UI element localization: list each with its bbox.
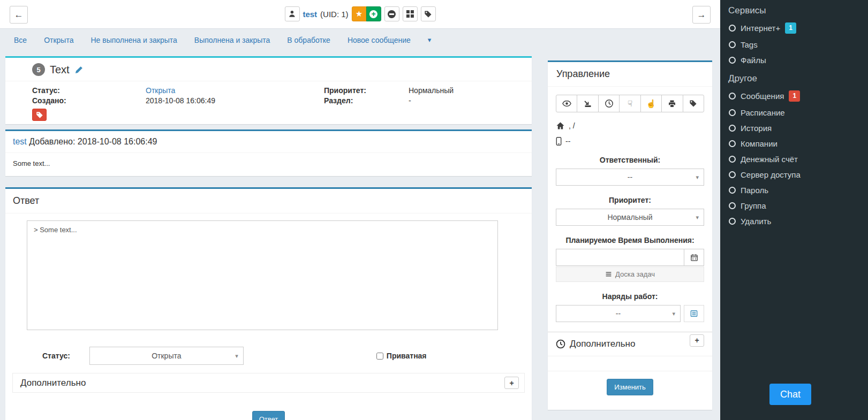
sidebar-item-tags[interactable]: Tags (720, 37, 868, 52)
circle-icon (729, 171, 736, 178)
sidebar-item-label: История (741, 124, 772, 133)
user-name-link[interactable]: test (303, 10, 317, 19)
favorite-button[interactable]: ★ (352, 6, 367, 21)
block-button[interactable] (384, 6, 399, 21)
user-button[interactable] (284, 6, 299, 21)
tab-all[interactable]: Все (5, 36, 35, 44)
message-author-link[interactable]: test (13, 137, 27, 146)
take-button[interactable] (577, 95, 598, 112)
ticket-fields: Статус: Открыта Приоритет: Нормальный Со… (5, 81, 532, 121)
arrow-left-icon: ← (14, 10, 24, 20)
section-value: - (409, 96, 523, 105)
ticket-id-badge: 5 (32, 63, 45, 76)
arrow-right-icon: → (697, 10, 706, 20)
sidebar-item-schedule[interactable]: Расписание (720, 105, 868, 120)
sidebar-item-label: Группа (741, 201, 766, 210)
reply-textarea[interactable]: > Some text... (27, 220, 498, 330)
control-extra-expand-button[interactable]: + (690, 334, 704, 347)
top-bar: ← test (UID: 1) ★ + → (0, 0, 720, 29)
reply-status-value: Открыта (152, 352, 181, 360)
ticket-tag-button[interactable] (32, 109, 47, 121)
breadcrumb-text: , / (569, 121, 575, 130)
sidebar-item-group[interactable]: Группа (720, 198, 868, 213)
sidebar-item-companies[interactable]: Компании (720, 136, 868, 151)
circle-icon (729, 25, 736, 32)
sidebar-item-label: Сервер доступа (741, 170, 801, 179)
sidebar-item-password[interactable]: Пароль (720, 182, 868, 198)
eye-icon (562, 99, 571, 108)
back-button[interactable]: ← (10, 6, 28, 24)
tabs-dropdown-caret[interactable]: ▾ (419, 36, 440, 44)
forward-button[interactable]: → (692, 6, 711, 24)
tab-open[interactable]: Открыта (35, 36, 82, 44)
reply-panel: Ответ > Some text... Статус: Открыта ▾ П… (5, 187, 532, 407)
work-orders-select[interactable]: -- ▾ (556, 305, 681, 322)
sidebar-item-delete[interactable]: Удалить (720, 213, 868, 229)
responsible-label: Ответственный: (556, 156, 704, 164)
tab-not-done-closed[interactable]: Не выполнена и закрыта (82, 36, 185, 44)
circle-icon (729, 156, 736, 163)
tags-button[interactable] (421, 6, 436, 21)
circle-icon (729, 109, 736, 116)
watch-button[interactable] (556, 95, 577, 112)
task-board-button[interactable]: Доска задач (556, 266, 704, 282)
sidebar-item-access-server[interactable]: Сервер доступа (720, 167, 868, 182)
tab-in-progress[interactable]: В обработке (278, 36, 339, 44)
reply-extra-expand-button[interactable]: + (504, 377, 519, 389)
sidebar-item-files[interactable]: Файлы (720, 52, 868, 68)
planned-time-group (556, 249, 704, 266)
tab-done-closed[interactable]: Выполнена и закрыта (186, 36, 278, 44)
edit-pencil-icon[interactable] (74, 65, 84, 74)
tag-button[interactable] (683, 95, 704, 112)
calendar-icon (690, 254, 698, 262)
section-label: Раздел: (324, 96, 409, 105)
change-button[interactable]: Изменить (607, 379, 653, 395)
calendar-button[interactable] (684, 249, 704, 266)
reply-extra-label: Дополнительно (20, 378, 504, 388)
print-button[interactable] (661, 95, 683, 112)
message-panel: test Добавлено: 2018-10-08 16:06:49 Some… (5, 129, 532, 176)
planned-time-label: Планируемое Время Выполнения: (556, 236, 704, 245)
sidebar-item-history[interactable]: История (720, 120, 868, 136)
time-button[interactable] (598, 95, 620, 112)
circle-icon (729, 140, 736, 147)
minus-circle-icon (388, 10, 396, 18)
chevron-down-icon: ▾ (696, 214, 699, 221)
tag-icon (424, 10, 432, 18)
reply-footer: Ответ (5, 406, 532, 420)
list-icon (690, 310, 698, 317)
planned-time-input[interactable] (556, 249, 684, 266)
list-icon (605, 271, 612, 278)
work-orders-value: -- (616, 309, 621, 318)
control-extra-body (548, 356, 712, 371)
ticket-title: Text (50, 64, 70, 76)
sidebar-item-messages[interactable]: Сообщения 1 (720, 87, 868, 105)
reply-submit-button[interactable]: Ответ (252, 411, 285, 420)
pointer-button[interactable]: ☝ (640, 95, 662, 112)
private-checkbox[interactable] (376, 353, 383, 360)
private-option: Приватная (376, 352, 427, 360)
circle-icon (729, 125, 736, 132)
sidebar-item-label: Денежный счёт (741, 155, 798, 164)
modules-button[interactable] (403, 6, 418, 21)
chat-button[interactable]: Chat (769, 384, 811, 405)
sidebar-item-money-account[interactable]: Денежный счёт (720, 151, 868, 167)
reply-status-select[interactable]: Открыта ▾ (89, 347, 244, 365)
work-orders-label: Наряды работ: (556, 292, 704, 301)
sidebar-item-internet[interactable]: Интернет+ 1 (720, 19, 868, 37)
add-button[interactable]: + (366, 6, 381, 21)
work-orders-list-button[interactable] (684, 305, 704, 322)
user-uid-text: (UID: 1) (320, 10, 349, 19)
home-icon[interactable] (556, 121, 565, 130)
message-body: Some text... (5, 153, 532, 176)
thumbs-down-button[interactable]: ☟ (619, 95, 640, 112)
control-priority-select[interactable]: Нормальный ▾ (556, 209, 704, 226)
grid-icon (406, 10, 414, 18)
breadcrumb: , / (556, 121, 704, 130)
responsible-select[interactable]: -- ▾ (556, 169, 704, 186)
status-value-link[interactable]: Открыта (146, 86, 324, 95)
star-icon: ★ (356, 9, 363, 19)
ticket-panel: 5 Text Статус: Открыта Приоритет: Нормал… (5, 56, 532, 124)
chevron-down-icon: ▾ (672, 310, 675, 317)
tab-new-message[interactable]: Новое сообщение (339, 36, 419, 44)
